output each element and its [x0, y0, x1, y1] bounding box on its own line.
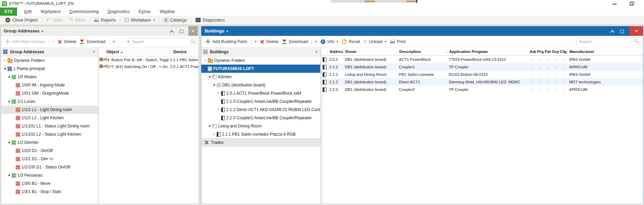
panel-title[interactable]: Buildings [205, 26, 228, 36]
filter-dropdown-icon[interactable] [316, 51, 318, 53]
column-header-prg[interactable]: Prg [537, 50, 544, 54]
group-address-tree-item[interactable]: 1/0/1 OM - OutgoingMode [1, 89, 98, 97]
reports-button[interactable]: Reports [91, 18, 119, 23]
expand-arrow[interactable] [3, 66, 8, 71]
info-button[interactable]: Info [319, 39, 340, 44]
maximize-panel-button[interactable] [177, 26, 186, 36]
maximize-panel-button[interactable] [617, 26, 626, 36]
column-header-adr[interactable]: Adr [529, 50, 537, 54]
object-row[interactable]: ⇄4: Button Pair B, left - Switch, Toggle… [99, 56, 199, 63]
group-addresses-tree-header[interactable]: Group Addresses [1, 47, 98, 56]
building-tree-item[interactable]: FUTURASMUS LOFT [201, 65, 320, 73]
group-address-tree-item[interactable]: 1/1 Luces [1, 97, 98, 106]
expand-arrow[interactable] [212, 83, 217, 87]
expand-arrow[interactable] [212, 132, 217, 137]
object-row[interactable]: ⇄577: [A1] Switching On / Off - < On...2… [99, 63, 199, 70]
column-separator[interactable] [169, 49, 170, 55]
device-row[interactable]: 2.0.1DB1 (distribution board)ACT1 PowerB… [322, 56, 643, 63]
column-header-addres[interactable]: Addres [327, 50, 343, 54]
delete-button[interactable]: Delete [258, 39, 280, 44]
menu-item-commissioning[interactable]: Commissioning [65, 9, 103, 14]
expand-arrow[interactable] [203, 58, 208, 63]
expand-arrow[interactable] [217, 91, 221, 96]
collapse-panel-button[interactable] [608, 26, 617, 36]
expand-arrow[interactable] [203, 66, 208, 71]
expand-arrow[interactable] [208, 74, 212, 79]
print-button[interactable]: Print [388, 39, 407, 44]
expand-arrow[interactable] [217, 107, 221, 112]
device-row[interactable]: 2.2.0DB1 (distribution board)Coupler2TP … [322, 86, 643, 93]
building-tree-item[interactable]: 2.0.1 ACT1 PowerBlock PowerBlock io64 [201, 89, 320, 97]
group-address-tree-item[interactable]: 1/2/1 D1 - Dim +/- [1, 155, 98, 163]
download-button[interactable]: Download [280, 39, 319, 44]
column-header-cfg[interactable]: Cfg [559, 50, 567, 54]
group-address-tree-item[interactable]: 1/3/1 B1 - Stop / Slats [1, 188, 98, 196]
column-header-object[interactable]: Object [106, 47, 123, 56]
group-address-tree-item[interactable]: 1/1/2 L2 - Light Kitchen [1, 114, 98, 122]
group-address-tree-item[interactable]: 1/2/0 D1 - On/Off [1, 147, 98, 155]
close-panel-button[interactable]: × [630, 26, 643, 36]
menu-item-diagnostics[interactable]: Diagnostics [103, 9, 134, 14]
menu-item-edit[interactable]: Edit [20, 9, 36, 14]
column-header-device[interactable]: Device [173, 47, 187, 56]
menu-item-window[interactable]: Window [155, 9, 179, 14]
diagnostics-button[interactable]: Diagnostics [193, 18, 228, 23]
redo-button[interactable]: ↷ Redo [66, 18, 88, 23]
minimize-button[interactable] [610, 1, 619, 7]
delete-button[interactable]: Delete [56, 39, 78, 44]
add-main-groups-button[interactable]: Add Main Groups [4, 39, 56, 44]
column-header-room[interactable]: Room [343, 50, 397, 54]
group-address-tree-item[interactable]: 1/3 Persianas [1, 171, 98, 179]
expand-arrow[interactable] [208, 124, 212, 128]
chevron-down-icon[interactable] [315, 41, 317, 42]
building-tree-item[interactable]: 2.2.0 Coupler2 Area/Line/BB Coupler/Repe… [201, 114, 320, 122]
close-panel-button[interactable]: × [188, 26, 198, 36]
group-address-tree-item[interactable]: Dynamic Folders [1, 56, 98, 65]
catalogs-button[interactable]: Catalogs [161, 18, 190, 23]
buildings-tree-header[interactable]: Buildings [201, 47, 320, 56]
menu-item-extras[interactable]: Extras [134, 9, 155, 14]
building-tree-item[interactable]: Living and Dining Room [201, 122, 320, 130]
chevron-down-icon[interactable] [255, 41, 257, 42]
group-address-tree-item[interactable]: 1/0 Modos [1, 73, 98, 81]
search-input[interactable] [578, 38, 634, 45]
workplace-button[interactable]: Workplace [122, 18, 158, 23]
expand-arrow[interactable] [7, 74, 12, 79]
reset-button[interactable]: Reset [340, 39, 362, 44]
group-address-tree-item[interactable]: 1/2/100 D1 - Status On/Off [1, 163, 98, 171]
column-header-grp[interactable]: Grp [552, 50, 559, 54]
menu-item-workplace[interactable]: Workplace [36, 9, 65, 14]
device-row[interactable]: 2.1.2DB1 (distribution board)Dimm ACT1Di… [322, 78, 643, 86]
trades-section[interactable]: Trades [201, 138, 320, 147]
search-input[interactable] [131, 38, 190, 45]
column-header-par[interactable]: Par [544, 50, 552, 54]
building-tree-item[interactable]: Kitchen [201, 73, 320, 81]
collapse-panel-button[interactable] [167, 26, 176, 36]
expand-arrow[interactable] [7, 140, 12, 145]
chevron-down-icon[interactable] [52, 41, 54, 42]
group-address-tree-item[interactable]: 1/3/0 B1 - Move [1, 179, 98, 188]
building-tree-item[interactable]: Dynamic Folders [201, 56, 320, 65]
restore-button[interactable] [626, 1, 636, 7]
column-header-application-program[interactable]: Application Program [447, 50, 529, 54]
group-address-tree-item[interactable]: 1/1/1 L1 - Light Dining room [1, 106, 98, 114]
group-address-tree-item[interactable]: 1/1/102 L2 - Status Light Kitchen [1, 130, 98, 138]
download-button[interactable]: Download [78, 39, 117, 44]
building-tree-item[interactable]: 2.1.2 Dimm ACT1 AKD-0424R.02 RGBW LED Co… [201, 106, 320, 114]
expand-arrow[interactable] [7, 173, 12, 178]
column-header-manufacturer[interactable]: Manufacturer [567, 50, 643, 54]
chevron-down-icon[interactable] [113, 41, 115, 42]
panel-title[interactable]: Group Addresses [4, 26, 43, 36]
building-tree-item[interactable]: DB1 (distribution board) [201, 81, 320, 89]
group-address-tree-item[interactable]: 1/2 Dimmer [1, 138, 98, 147]
column-header-description[interactable]: Description [397, 50, 447, 54]
expand-arrow[interactable] [3, 58, 8, 63]
unload-button[interactable]: Unload [362, 39, 388, 44]
building-tree-item[interactable]: 2.1.0 Coupler1 Area/Line/BB Coupler/Repe… [201, 97, 320, 106]
ets-menu-button[interactable]: ETS [0, 8, 17, 16]
close-project-button[interactable]: Close Project [3, 18, 40, 23]
group-address-tree-item[interactable]: 1/0/0 IM - Ingoing Mode [1, 81, 98, 89]
add-building-parts-button[interactable]: Add Building Parts [204, 39, 258, 44]
device-row[interactable]: 2.1.0DB1 (distribution board)Coupler1TP … [322, 63, 643, 71]
group-address-tree-item[interactable]: 1 Planta principal [1, 65, 98, 73]
